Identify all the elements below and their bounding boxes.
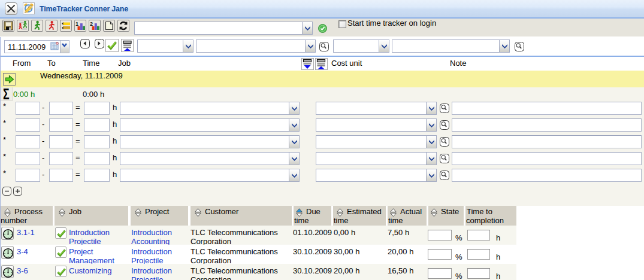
svg-text:1: 1 [75, 21, 78, 27]
svg-text:2: 2 [90, 21, 93, 27]
